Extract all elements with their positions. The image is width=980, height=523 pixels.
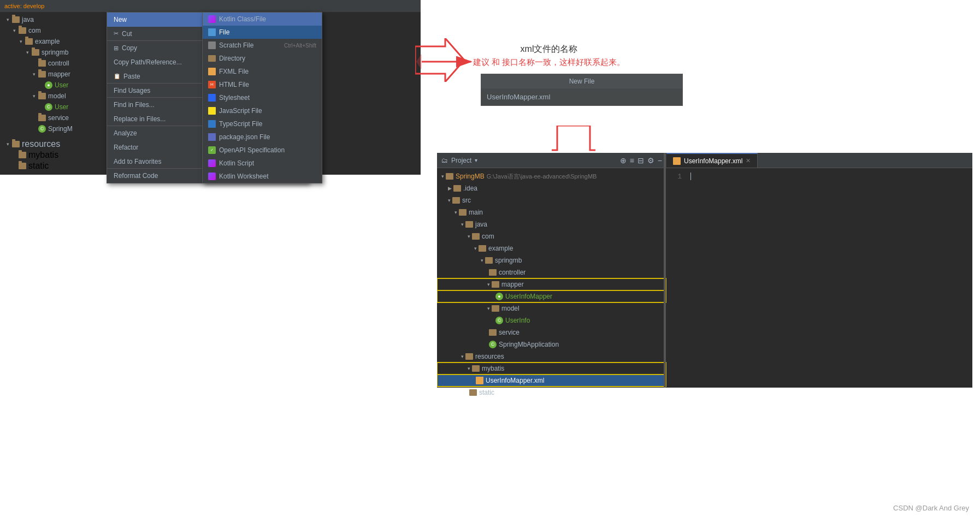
bt-item-static[interactable]: static <box>437 387 666 399</box>
expand-arrow: ▶ <box>448 186 452 191</box>
bt-item-springmbapp[interactable]: © SpringMbApplication <box>437 338 666 350</box>
tree-item-controller[interactable]: controll <box>0 58 107 69</box>
bt-item-example[interactable]: ▾ example <box>437 242 666 254</box>
bt-label: controller <box>499 269 526 276</box>
globe-icon[interactable]: ⊕ <box>620 156 627 165</box>
bt-item-userinfomapper-highlighted[interactable]: ● UserInfoMapper <box>437 290 666 302</box>
bt-item-src[interactable]: ▾ src <box>437 194 666 206</box>
cut-icon: ✂ <box>114 30 119 37</box>
expand-arrow: ▾ <box>11 27 17 34</box>
bt-label: springmb <box>495 257 522 264</box>
submenu-openapi[interactable]: ✓ OpenAPI Specification <box>203 144 322 157</box>
bt-item-mapper-highlighted[interactable]: ▾ mapper <box>437 278 666 290</box>
minimize-icon[interactable]: − <box>658 156 662 165</box>
paste-icon: 📋 <box>114 73 120 79</box>
tree-item-mapper[interactable]: ▾ mapper <box>0 69 107 80</box>
submenu-fxml[interactable]: FXML File <box>203 65 322 78</box>
bt-item-resources[interactable]: ▾ resources <box>437 350 666 362</box>
kotlin-script-icon <box>208 159 216 167</box>
tree-item-example[interactable]: ▾ example <box>0 36 107 47</box>
new-label: New <box>114 16 127 23</box>
submenu-js[interactable]: JavaScript File <box>203 104 322 117</box>
bt-item-service[interactable]: service <box>437 326 666 338</box>
submenu-package-json[interactable]: package.json File <box>203 130 322 144</box>
bt-item-idea[interactable]: ▶ .idea <box>437 182 666 194</box>
bt-item-controller[interactable]: controller <box>437 266 666 278</box>
bt-item-mybatis-highlighted[interactable]: ▾ mybatis <box>437 362 666 375</box>
tab-userinfomapper-xml[interactable]: UserInfoMapper.xml ✕ <box>666 153 758 168</box>
submenu-file[interactable]: File <box>203 26 322 39</box>
tree-label: resources <box>22 139 60 149</box>
close-tab-icon[interactable]: ✕ <box>746 157 751 164</box>
folder-icon <box>32 49 39 56</box>
tree-item-springapp[interactable]: © SpringM <box>0 123 107 134</box>
editor-tabs: UserInfoMapper.xml ✕ <box>666 153 972 168</box>
bt-item-com[interactable]: ▾ com <box>437 230 666 242</box>
bt-item-model[interactable]: ▾ model <box>437 302 666 314</box>
tree-item-userinfo[interactable]: © User <box>0 102 107 112</box>
bt-path-springmb: G:\Java语言\java-ee-advanced\SpringMB <box>487 173 597 181</box>
folder-icon <box>19 163 26 169</box>
expand-arrow: ▾ <box>448 198 451 203</box>
openapi-label: OpenAPI Specification <box>219 146 285 154</box>
gear-icon[interactable]: ⚙ <box>647 156 654 165</box>
bt-item-main[interactable]: ▾ main <box>437 206 666 218</box>
tree-item-userinfomapper[interactable]: ● User <box>0 80 107 91</box>
bt-item-java[interactable]: ▾ java <box>437 218 666 230</box>
folder-icon <box>465 353 473 360</box>
expand-arrow: ▾ <box>17 38 24 45</box>
ide-header-text: active: develop <box>4 3 44 9</box>
submenu-directory[interactable]: Directory <box>203 52 322 65</box>
expand-arrow: ▾ <box>441 174 444 179</box>
tree-item-service[interactable]: service <box>0 112 107 123</box>
new-submenu: Kotlin Class/File File Scratch File Ctrl… <box>202 12 322 183</box>
submenu-stylesheet[interactable]: Stylesheet <box>203 91 322 104</box>
tree-item-com[interactable]: ▾ com <box>0 25 107 36</box>
left-project-tree: ▾ java ▾ com ▾ example ▾ springmb contro… <box>0 12 107 136</box>
find-usages-label: Find Usages <box>114 87 150 94</box>
bt-label: mapper <box>501 281 524 288</box>
bt-label: service <box>499 329 519 336</box>
editor-code-area[interactable] <box>690 173 691 182</box>
tree-item-java[interactable]: ▾ java <box>0 14 107 25</box>
expand-arrow: ▾ <box>468 234 470 239</box>
expand-arrow: ▾ <box>474 246 477 251</box>
spring-icon: © <box>495 317 503 324</box>
kotlin-script-label: Kotlin Script <box>219 159 254 167</box>
list-icon[interactable]: ≡ <box>630 156 634 165</box>
file-label: File <box>219 28 229 36</box>
project-folder-icon <box>446 173 453 180</box>
project-dropdown-arrow[interactable]: ▾ <box>475 157 477 163</box>
submenu-html[interactable]: H HTML File <box>203 78 322 91</box>
editor-content: 1 <box>666 168 972 187</box>
project-label: Project <box>451 157 471 164</box>
bt-label: mybatis <box>482 365 504 372</box>
tree-label: example <box>35 38 60 45</box>
openapi-icon: ✓ <box>208 146 216 154</box>
scratch-label: Scratch File <box>219 41 253 49</box>
submenu-kotlin-class[interactable]: Kotlin Class/File <box>203 13 322 26</box>
folder-icon <box>452 197 460 204</box>
bt-item-springmb[interactable]: ▾ SpringMB G:\Java语言\java-ee-advanced\Sp… <box>437 170 666 182</box>
bt-item-userinfomapper-xml[interactable]: UserInfoMapper.xml <box>437 375 666 387</box>
expand-arrow <box>11 163 17 169</box>
split-icon[interactable]: ⊟ <box>637 156 644 165</box>
ts-label: TypeScript File <box>219 120 262 128</box>
tree-label: User <box>55 81 68 89</box>
scratch-shortcut: Ctrl+Alt+Shift <box>284 43 316 49</box>
copy-path-label: Copy Path/Reference... <box>114 58 182 66</box>
bt-label: static <box>479 389 494 396</box>
bt-item-userinfo[interactable]: © UserInfo <box>437 314 666 326</box>
submenu-kotlin-worksheet[interactable]: Kotlin Worksheet <box>203 170 322 183</box>
expand-arrow: ▾ <box>454 210 457 215</box>
tree-item-springmb[interactable]: ▾ springmb <box>0 47 107 58</box>
bt-item-springmb-folder[interactable]: ▾ springmb <box>437 254 666 266</box>
submenu-kotlin-script[interactable]: Kotlin Script <box>203 157 322 170</box>
submenu-ts[interactable]: TypeScript File <box>203 117 322 130</box>
submenu-scratch[interactable]: Scratch File Ctrl+Alt+Shift <box>203 39 322 52</box>
tree-item-model[interactable]: ▾ model <box>0 91 107 102</box>
expand-arrow: ▾ <box>24 49 31 56</box>
new-file-input[interactable] <box>481 88 682 105</box>
kotlin-icon <box>208 15 216 23</box>
vertical-divider[interactable] <box>664 153 666 388</box>
